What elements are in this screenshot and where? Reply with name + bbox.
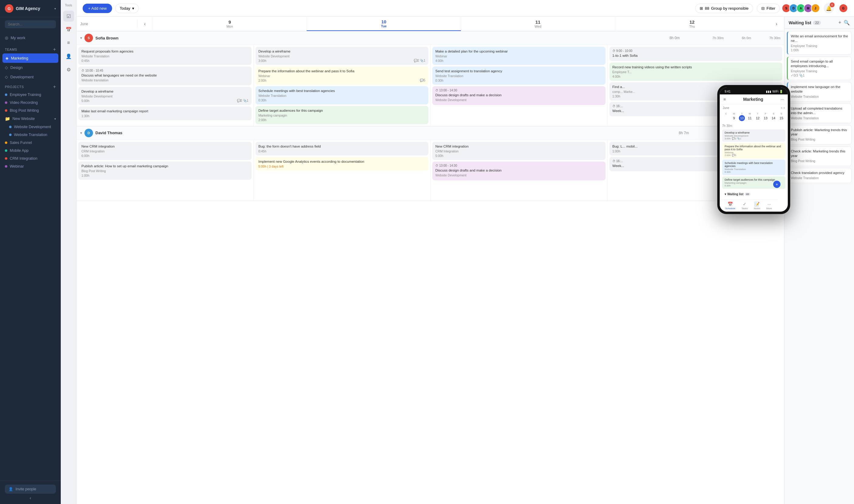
user-menu-button[interactable]: G (839, 4, 848, 13)
mobile-header: ≡ Marketing ··· (720, 94, 788, 105)
add-new-button[interactable]: + Add new (83, 4, 112, 13)
mobile-nav-schedule[interactable]: 📅 Schedule (725, 202, 735, 210)
task-card[interactable]: Schedule meetings with best translation … (256, 86, 429, 105)
task-card[interactable]: Develop a wireframe Website Development … (256, 47, 429, 65)
task-card[interactable]: Publish article: How to set up email mar… (79, 162, 251, 180)
collapse-row-icon-david[interactable]: ▾ (80, 131, 82, 135)
task-card[interactable]: Request proposals form agencies Website … (79, 47, 251, 65)
waiting-list-actions: + 🔍 (838, 20, 850, 25)
search-input[interactable] (5, 20, 56, 28)
mobile-time-label: 7h 30m (722, 124, 785, 128)
task-card[interactable]: ⏱ 9:00 - 10:00 1-to-1 with Sofia (609, 47, 783, 61)
task-card[interactable]: Make a detailed plan for the upcoming we… (432, 47, 606, 65)
waiting-item[interactable]: Write an email announcement for the ne..… (787, 31, 852, 55)
month-label: June (76, 19, 137, 29)
blog-post-writing-dot (5, 109, 7, 112)
waiting-add-icon[interactable]: + (838, 20, 841, 25)
tool-list-icon[interactable]: ≡ (63, 37, 74, 48)
website-trans-dot (9, 133, 12, 136)
mobile-prev-icon[interactable]: ‹ (781, 106, 782, 110)
mobile-task-card[interactable]: Prepare the information about the webina… (722, 143, 785, 159)
projects-add-button[interactable]: + (53, 84, 56, 90)
invite-icon: 👤 (8, 487, 13, 491)
sidebar-item-sales-funnel[interactable]: Sales Funnel (0, 139, 61, 147)
sidebar-projects-section: Projects + (0, 82, 61, 91)
waiting-item[interactable]: Check translation provided agency Websit… (787, 168, 852, 183)
waiting-item[interactable]: Send email campaign to all employees int… (787, 56, 852, 80)
sidebar-item-marketing[interactable]: ◈ Marketing (2, 53, 58, 63)
waiting-item[interactable]: Check article: Marketing trends this yea… (787, 146, 852, 166)
tool-settings-icon[interactable]: ⚙ (63, 64, 74, 75)
task-card[interactable]: New CRM integration CRM Integration 6:00… (79, 142, 251, 160)
avatar-5[interactable]: J (811, 4, 820, 13)
mobile-more-icon[interactable]: ··· (781, 97, 784, 102)
sidebar-item-new-website[interactable]: 📁 New Website ▾ (0, 114, 61, 123)
task-card[interactable]: Make last email marketing campaign repor… (79, 107, 251, 120)
waiting-list-panel: Waiting list 22 + 🔍 Write an email annou… (784, 17, 854, 504)
sidebar-item-video-recording[interactable]: Video Recording (0, 99, 61, 107)
task-card[interactable]: Prepare the information about the webina… (256, 67, 429, 85)
sidebar-item-blog-post-writing[interactable]: Blog Post Writing (0, 107, 61, 114)
task-card[interactable]: Send test assignment to translation agen… (432, 67, 606, 85)
sidebar-item-development[interactable]: ◇ Development (0, 72, 61, 82)
mobile-app-overlay: 9:41 ▮▮▮ WiFi 🔋 ≡ Marketing ··· June ‹ ›… (717, 85, 790, 214)
sofia-name: Sofia Brown (95, 36, 119, 40)
waiting-item[interactable]: implement new language on the website We… (787, 82, 852, 102)
mobile-nav-more[interactable]: ··· More (767, 202, 772, 210)
org-logo: G (5, 4, 13, 13)
mobile-menu-icon[interactable]: ≡ (724, 97, 726, 102)
waiting-item[interactable]: Publish article: Marketing trends this y… (787, 125, 852, 145)
task-card[interactable]: ⏱ 13:00 - 14:30 Discuss design drafts an… (432, 86, 606, 105)
mobile-nav-tasks[interactable]: ✓ Tasks (742, 202, 748, 210)
waiting-item[interactable]: Upload all completed translations into t… (787, 104, 852, 123)
sidebar: G GIM Agency ▾ ◎ My work Teams + ◈ Marke… (0, 0, 61, 504)
sidebar-item-website-translation[interactable]: Website Translation (0, 131, 61, 139)
mobile-day-cell[interactable]: T10 (738, 112, 746, 121)
sidebar-item-webinar[interactable]: Webinar (0, 162, 61, 170)
org-chevron-icon[interactable]: ▾ (54, 7, 56, 10)
sidebar-collapse-button[interactable]: ‹ (5, 496, 56, 500)
person-row-sofia: ▾ S Sofia Brown 8h 0m 7h 30m 6h 0m 7h 30… (76, 31, 784, 126)
filter-button[interactable]: ⊟ Filter (757, 4, 780, 13)
tool-calendar-icon[interactable]: 📅 (63, 24, 74, 35)
sidebar-item-design[interactable]: ◇ Design (0, 63, 61, 72)
notification-button[interactable]: 🔔 6 (824, 3, 834, 13)
david-avatar: D (85, 129, 93, 137)
task-card[interactable]: ⏱ 10:00 - 10:45 Discuss what languages w… (79, 67, 251, 85)
person-row-david: ▾ D David Thomas 8h 7m 5h 45m 6h 30m (76, 126, 784, 201)
sidebar-item-mywork[interactable]: ◎ My work (0, 33, 61, 42)
sidebar-item-crm-integration[interactable]: CRM Integration (0, 155, 61, 162)
mobile-fab-button[interactable]: + (773, 181, 781, 188)
today-button[interactable]: Today ▾ (115, 4, 139, 13)
task-card[interactable]: Implement new Google Analytics events ac… (256, 157, 429, 170)
sidebar-item-mobile-app[interactable]: Mobile App (0, 147, 61, 155)
mobile-task-card[interactable]: Schedule meetings with best translation … (722, 160, 785, 175)
collapse-icon: ‹ (30, 496, 31, 500)
task-card[interactable]: Bug: the form doesn't have address field… (256, 142, 429, 156)
task-card[interactable]: ⏱ 13:00 - 14:30 Discuss design drafts an… (432, 162, 606, 180)
sidebar-item-employee-training[interactable]: Employee Training (0, 91, 61, 99)
tool-person-icon[interactable]: 👤 (63, 51, 74, 61)
person-header-david: ▾ D David Thomas 8h 7m 5h 45m 6h 30m (76, 126, 784, 140)
next-week-button[interactable]: › (769, 21, 784, 27)
task-card[interactable]: Define target audiences for this campaig… (256, 106, 429, 124)
sidebar-item-website-development[interactable]: Website Development (0, 123, 61, 131)
invite-people-button[interactable]: 👤 Invite people (5, 485, 56, 494)
waiting-list-header: Waiting list 22 + 🔍 (784, 17, 854, 29)
group-by-responsible-button[interactable]: ⊞ 88 Group by responsible (695, 4, 753, 13)
waiting-search-icon[interactable]: 🔍 (844, 20, 850, 25)
notification-badge: 6 (830, 2, 835, 7)
sidebar-nav: ◎ My work (0, 31, 61, 44)
collapse-row-icon[interactable]: ▾ (80, 36, 82, 40)
task-card[interactable]: New CRM integration CRM Integration 5:00… (432, 142, 606, 160)
mobile-day-cell: T12 (754, 112, 761, 121)
tool-check-icon[interactable]: ☑ (63, 11, 74, 21)
mobile-task-card[interactable]: Develop a wireframe Website Development … (722, 129, 785, 142)
prev-week-button[interactable]: ‹ (137, 21, 153, 27)
teams-add-button[interactable]: + (53, 47, 56, 52)
mobile-nav-notes[interactable]: 📝 Notes (754, 202, 760, 210)
task-card[interactable]: Record new training videos using the wri… (609, 62, 783, 81)
mobile-next-icon[interactable]: › (784, 106, 785, 110)
mobile-expand-icon[interactable]: ▾ (725, 193, 726, 196)
task-card[interactable]: Develop a wireframe Website Development … (79, 87, 251, 105)
